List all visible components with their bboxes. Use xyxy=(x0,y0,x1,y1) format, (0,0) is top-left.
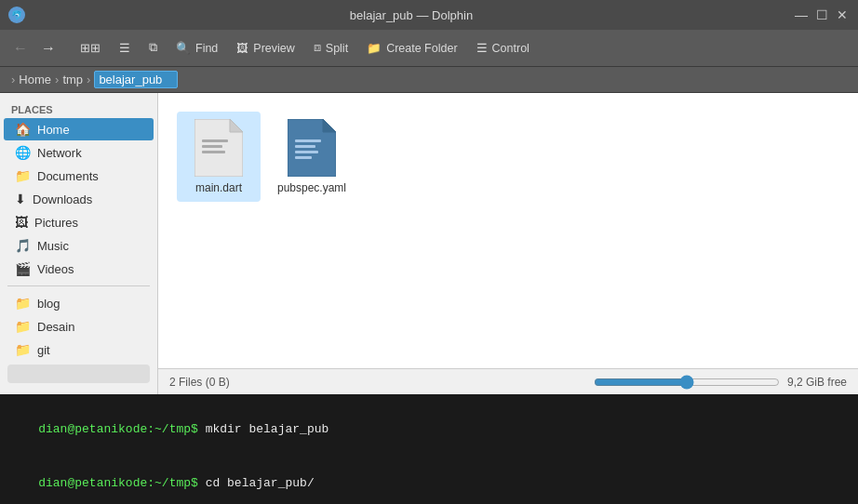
right-panel: main.dart pubspec.yaml 2 Files (0 B) xyxy=(158,93,858,394)
free-space-label: 9,2 GiB free xyxy=(787,376,847,389)
music-icon: 🎵 xyxy=(15,238,31,253)
documents-icon: 📁 xyxy=(15,168,31,183)
icons-view-button[interactable]: ⊞⊞ xyxy=(73,37,108,59)
sidebar-label-blog: blog xyxy=(37,297,60,311)
maximize-button[interactable]: ☐ xyxy=(813,7,830,23)
titlebar: 🐬 belajar_pub — Dolphin — ☐ ✕ xyxy=(0,0,858,30)
sidebar-label-home: Home xyxy=(37,123,70,137)
terminal-line-1: dian@petanikode:~/tmp$ mkdir belajar_pub xyxy=(9,402,849,457)
sidebar-item-pictures[interactable]: 🖼 Pictures xyxy=(4,211,154,233)
sidebar-section-places: Places xyxy=(0,100,157,117)
term-cmd-2: cd belajar_pub/ xyxy=(198,476,315,490)
svg-rect-11 xyxy=(295,151,318,153)
svg-marker-8 xyxy=(323,119,336,132)
breadcrumb-sep-1: › xyxy=(55,73,59,86)
split-label: Split xyxy=(326,42,348,55)
git-icon: 📁 xyxy=(15,342,31,357)
file-name-main-dart: main.dart xyxy=(195,181,242,194)
sidebar-item-music[interactable]: 🎵 Music xyxy=(4,234,154,257)
sidebar-resize-handle[interactable] xyxy=(7,365,150,383)
preview-button[interactable]: 🖼 Preview xyxy=(229,38,302,59)
term-prompt-2: dian@petanikode:~/tmp$ xyxy=(38,476,198,490)
breadcrumb-tmp[interactable]: tmp xyxy=(62,73,83,86)
terminal: dian@petanikode:~/tmp$ mkdir belajar_pub… xyxy=(0,394,858,504)
sidebar-label-git: git xyxy=(37,343,50,357)
svg-rect-5 xyxy=(202,145,222,148)
sidebar-label-desain: Desain xyxy=(37,320,74,334)
pictures-icon: 🖼 xyxy=(15,215,28,230)
minimize-button[interactable]: — xyxy=(793,7,810,23)
close-button[interactable]: ✕ xyxy=(834,7,851,23)
create-folder-icon: 📁 xyxy=(367,41,382,55)
icons-view-icon: ⊞⊞ xyxy=(80,41,101,55)
sidebar: Places 🏠 Home 🌐 Network 📁 Documents ⬇ Do… xyxy=(0,93,158,394)
desain-icon: 📁 xyxy=(15,319,31,334)
term-cmd-1: mkdir belajar_pub xyxy=(198,422,328,436)
svg-rect-6 xyxy=(202,151,225,153)
sidebar-divider xyxy=(7,285,150,286)
statusbar: 2 Files (0 B) 9,2 GiB free xyxy=(158,368,858,394)
file-item-main-dart[interactable]: main.dart xyxy=(177,112,261,202)
sidebar-label-documents: Documents xyxy=(37,169,99,183)
dolphin-app-icon: 🐬 xyxy=(7,6,26,24)
window-controls: — ☐ ✕ xyxy=(793,7,851,23)
network-icon: 🌐 xyxy=(15,145,31,160)
sidebar-item-home[interactable]: 🏠 Home xyxy=(4,118,154,140)
svg-rect-4 xyxy=(202,139,228,142)
downloads-icon: ⬇ xyxy=(15,192,26,206)
sidebar-label-downloads: Downloads xyxy=(33,192,92,206)
blog-icon: 📁 xyxy=(15,296,31,311)
file-area: main.dart pubspec.yaml xyxy=(158,93,858,368)
split-button[interactable]: ⧈ Split xyxy=(306,37,355,59)
back-button[interactable]: ← xyxy=(7,35,34,61)
yaml-file-icon xyxy=(288,119,336,177)
breadcrumb-sep-2: › xyxy=(87,73,90,86)
breadcrumb-current-input[interactable] xyxy=(94,71,178,88)
sidebar-item-blog[interactable]: 📁 blog xyxy=(4,292,154,314)
file-item-pubspec-yaml[interactable]: pubspec.yaml xyxy=(270,112,354,202)
sidebar-item-network[interactable]: 🌐 Network xyxy=(4,141,154,164)
statusbar-info: 2 Files (0 B) xyxy=(169,376,586,389)
control-label: Control xyxy=(492,42,530,55)
create-folder-label: Create Folder xyxy=(386,42,457,55)
svg-rect-9 xyxy=(295,139,321,142)
control-icon: ☰ xyxy=(476,41,488,55)
sidebar-label-network: Network xyxy=(37,146,82,160)
sidebar-label-music: Music xyxy=(37,239,69,253)
split-icon: ⧈ xyxy=(314,41,321,55)
create-folder-button[interactable]: 📁 Create Folder xyxy=(359,37,464,59)
file-name-pubspec-yaml: pubspec.yaml xyxy=(277,181,346,194)
breadcrumb-separator-start: › xyxy=(11,73,15,86)
preview-icon: 🖼 xyxy=(236,42,248,55)
breadcrumb-bar: › Home › tmp › xyxy=(0,67,858,93)
sidebar-label-pictures: Pictures xyxy=(34,216,78,230)
split-icons-button[interactable]: ⧉ xyxy=(141,37,165,59)
control-button[interactable]: ☰ Control xyxy=(469,37,537,59)
sidebar-item-desain[interactable]: 📁 Desain xyxy=(4,315,154,338)
sidebar-item-downloads[interactable]: ⬇ Downloads xyxy=(4,188,154,210)
dart-file-icon xyxy=(194,119,243,177)
toolbar: ← → ⊞⊞ ☰ ⧉ 🔍 Find 🖼 Preview ⧈ Split 📁 Cr… xyxy=(0,30,858,67)
find-button[interactable]: 🔍 Find xyxy=(168,37,225,59)
sidebar-item-git[interactable]: 📁 git xyxy=(4,338,154,361)
list-view-icon: ☰ xyxy=(119,41,130,55)
sidebar-item-documents[interactable]: 📁 Documents xyxy=(4,165,154,187)
sidebar-item-videos[interactable]: 🎬 Videos xyxy=(4,258,154,280)
split-icons-icon: ⧉ xyxy=(149,41,157,55)
terminal-line-2: dian@petanikode:~/tmp$ cd belajar_pub/ xyxy=(9,457,849,505)
list-view-button[interactable]: ☰ xyxy=(112,37,138,59)
content-area: Places 🏠 Home 🌐 Network 📁 Documents ⬇ Do… xyxy=(0,93,858,394)
zoom-slider[interactable] xyxy=(594,375,780,390)
term-prompt-1: dian@petanikode:~/tmp$ xyxy=(38,422,198,436)
svg-marker-3 xyxy=(230,119,243,132)
breadcrumb-home[interactable]: Home xyxy=(19,73,51,86)
find-icon: 🔍 xyxy=(176,41,191,55)
find-label: Find xyxy=(195,42,218,55)
forward-button[interactable]: → xyxy=(35,35,61,61)
window-title: belajar_pub — Dolphin xyxy=(30,8,793,22)
home-icon: 🏠 xyxy=(15,122,31,137)
preview-label: Preview xyxy=(253,42,294,55)
svg-rect-12 xyxy=(295,156,312,159)
nav-buttons: ← → xyxy=(7,35,61,61)
sidebar-label-videos: Videos xyxy=(37,262,74,276)
